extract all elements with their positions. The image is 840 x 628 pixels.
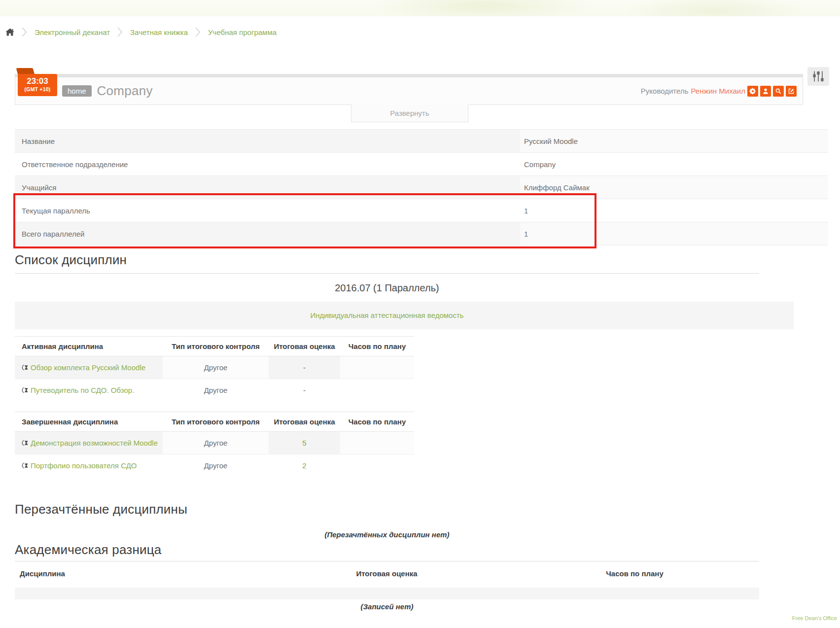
control-type-cell: Другое	[163, 356, 269, 379]
control-type-cell: Другое	[163, 454, 269, 477]
active-disciplines-table: Активная дисциплина Тип итогового контро…	[15, 336, 414, 401]
column-header: Завершенная дисциплина	[15, 418, 163, 426]
in-progress-hourglass-icon	[22, 364, 28, 371]
manager-name-link[interactable]: Ренжин Михаил	[691, 87, 745, 95]
table-header-row: Завершенная дисциплина Тип итогового кон…	[15, 412, 414, 432]
info-label: Учащийся	[15, 176, 520, 199]
in-progress-hourglass-icon	[22, 462, 28, 469]
sliders-icon	[811, 70, 826, 83]
column-header: Тип итогового контроля	[163, 342, 269, 350]
info-value: 1	[520, 199, 828, 222]
column-header: Дисциплина	[15, 569, 263, 578]
table-row: Ответственное подразделение Company	[15, 153, 828, 176]
grade-cell: 5	[269, 432, 340, 454]
section-title-disciplines: Список дисциплин	[15, 252, 759, 274]
chevron-right-icon	[195, 27, 201, 37]
footer-brand-link[interactable]: Free Dean's Office	[768, 615, 837, 621]
info-value: Клиффорд Саймак	[520, 176, 828, 199]
table-header-row: Активная дисциплина Тип итогового контро…	[15, 336, 414, 356]
info-value: 1	[520, 222, 828, 245]
control-type-cell: Другое	[163, 379, 269, 401]
breadcrumb: Электронный деканат Зачетная книжка Учеб…	[6, 25, 277, 39]
page-settings-button[interactable]	[807, 67, 829, 86]
info-label: Текущая параллель	[15, 199, 520, 222]
discipline-link[interactable]: Портфолио пользователя СДО	[22, 461, 137, 470]
grade-cell: -	[269, 379, 340, 401]
column-header: Итоговая оценка	[263, 569, 511, 578]
top-decorative-strip	[0, 0, 840, 16]
search-button[interactable]	[773, 86, 784, 97]
info-label: Название	[15, 130, 520, 152]
section-title-recredited: Перезачтённые дисциплины	[15, 502, 187, 517]
breadcrumb-link-curriculum[interactable]: Учебная программа	[208, 28, 277, 36]
table-row: Обзор комплекта Русский Moodle Другое -	[15, 356, 414, 379]
recredited-empty-note: (Перезачтённых дисциплин нет)	[15, 530, 759, 539]
edit-icon	[788, 88, 795, 95]
discipline-link-label: Обзор комплекта Русский Moodle	[31, 363, 145, 372]
course-header-card: 23:03 (GMT +10) home Company Руководител…	[15, 74, 803, 105]
page: Электронный деканат Зачетная книжка Учеб…	[0, 0, 840, 628]
academic-difference-empty-row	[15, 588, 759, 599]
breadcrumb-link-deanery[interactable]: Электронный деканат	[35, 28, 110, 36]
discipline-link-label: Путеводитель по СДО. Обзор.	[31, 386, 134, 394]
table-row: Портфолио пользователя СДО Другое 2	[15, 454, 414, 477]
grade-cell: 2	[269, 454, 340, 477]
discipline-link[interactable]: Демонстрация возможностей Moodle	[22, 439, 158, 447]
table-row: Всего параллелей 1	[15, 222, 828, 245]
gear-icon	[749, 88, 756, 95]
attestation-band-inner: Индивидуальная аттестационная ведомость	[15, 311, 759, 320]
in-progress-hourglass-icon	[22, 387, 28, 393]
info-label: Ответственное подразделение	[15, 153, 520, 175]
home-icon[interactable]	[6, 28, 14, 36]
records-empty-note: (Записей нет)	[15, 602, 759, 611]
academic-difference-header-row: Дисциплина Итоговая оценка Часов по план…	[15, 561, 759, 586]
search-icon	[775, 88, 782, 95]
discipline-link[interactable]: Обзор комплекта Русский Moodle	[22, 363, 145, 372]
page-title: Company	[97, 83, 153, 99]
clock-widget-tab	[16, 68, 35, 74]
column-header: Часов по плану	[340, 342, 414, 350]
breadcrumb-link-gradebook[interactable]: Зачетная книжка	[130, 28, 188, 36]
discipline-link-label: Портфолио пользователя СДО	[31, 461, 137, 470]
column-header: Итоговая оценка	[269, 342, 340, 350]
table-row: Название Русский Moodle	[15, 130, 828, 153]
expand-button[interactable]: Развернуть	[351, 105, 468, 122]
column-header: Активная дисциплина	[15, 342, 163, 350]
manager-info: Руководитель Ренжин Михаил	[641, 86, 803, 97]
table-row: Путеводитель по СДО. Обзор. Другое -	[15, 379, 414, 401]
settings-button[interactable]	[747, 86, 758, 97]
clock-timezone: (GMT +10)	[18, 86, 57, 92]
table-row: Текущая параллель 1	[15, 199, 828, 222]
hours-cell	[340, 356, 414, 379]
info-value: Company	[520, 153, 828, 175]
manager-label: Руководитель	[641, 87, 689, 95]
column-header: Часов по плану	[340, 418, 414, 426]
completed-disciplines-table: Завершенная дисциплина Тип итогового кон…	[15, 412, 414, 477]
edit-button[interactable]	[786, 86, 797, 97]
clock-widget: 23:03 (GMT +10)	[18, 74, 57, 96]
table-row: Учащийся Клиффорд Саймак	[15, 176, 828, 199]
attestation-link[interactable]: Индивидуальная аттестационная ведомость	[310, 311, 463, 319]
hours-cell	[340, 454, 414, 477]
program-info-table: Название Русский Moodle Ответственное по…	[15, 129, 828, 245]
control-type-cell: Другое	[163, 432, 269, 454]
info-value: Русский Moodle	[520, 130, 828, 152]
column-header: Итоговая оценка	[269, 418, 340, 426]
expand-button-label: Развернуть	[390, 109, 429, 117]
discipline-link-label: Демонстрация возможностей Moodle	[31, 439, 158, 447]
in-progress-hourglass-icon	[22, 440, 28, 446]
chevron-right-icon	[117, 27, 123, 37]
hours-cell	[340, 432, 414, 454]
profile-button[interactable]	[760, 86, 771, 97]
attestation-band: Индивидуальная аттестационная ведомость	[15, 302, 794, 329]
grade-cell: -	[269, 356, 340, 379]
column-header: Тип итогового контроля	[163, 418, 269, 426]
category-badge[interactable]: home	[62, 85, 92, 97]
hours-cell	[340, 379, 414, 401]
clock-time: 23:03	[18, 76, 57, 86]
discipline-link[interactable]: Путеводитель по СДО. Обзор.	[22, 386, 134, 394]
period-title: 2016.07 (1 Параллель)	[15, 277, 759, 299]
table-row: Демонстрация возможностей Moodle Другое …	[15, 432, 414, 454]
chevron-right-icon	[22, 27, 27, 37]
info-label: Всего параллелей	[15, 222, 520, 245]
